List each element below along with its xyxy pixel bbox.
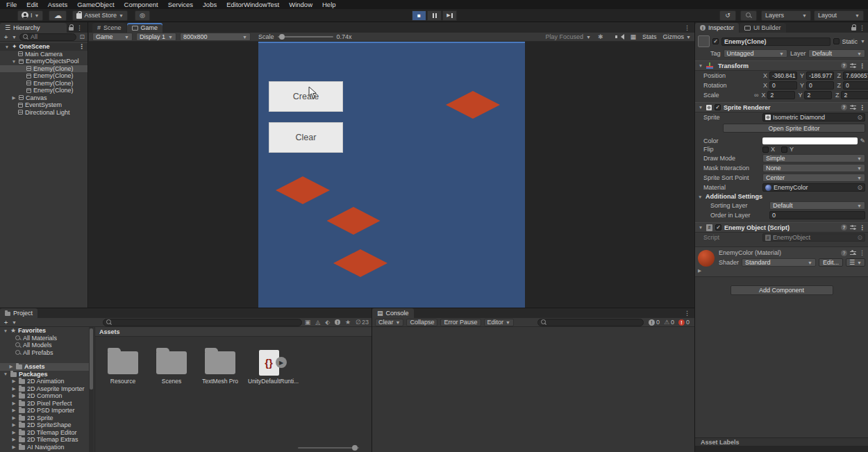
rotation-x-field[interactable]: 0 [769,81,797,90]
foldout-icon[interactable]: ▶ [11,401,17,406]
scale-y-field[interactable]: 2 [804,91,832,99]
console-error-pause-button[interactable]: Error Pause [440,319,481,326]
scale-z-field[interactable]: 2 [841,91,868,99]
add-dropdown-icon[interactable]: ▼ [12,320,17,325]
asset-folder-scenes[interactable]: Scenes [151,351,192,385]
hierarchy-item-main-camera[interactable]: Main Camera [0,51,87,58]
tree-item-assets[interactable]: ▶ Assets [0,363,89,371]
foldout-icon[interactable]: ▼ [4,44,10,49]
asset-folder-textmesh-pro[interactable]: TextMesh Pro [199,351,241,385]
foldout-icon[interactable]: ▶ [11,422,17,428]
open-sprite-editor-button[interactable]: Open Sprite Editor [723,124,865,133]
foldout-icon[interactable]: ▶ [11,430,17,435]
foldout-icon[interactable]: ▶ [11,393,17,399]
presets-icon[interactable] [850,104,856,110]
foldout-icon[interactable]: ▼ [3,371,8,376]
console-editor-dropdown[interactable]: Editor ▼ [484,319,514,326]
add-dropdown-icon[interactable]: ▼ [12,35,17,40]
foldout-icon[interactable]: ▼ [698,63,703,68]
tab-inspector[interactable]: i Inspector [695,23,739,33]
slider-knob[interactable] [279,34,285,40]
static-dropdown-icon[interactable]: ▼ [860,39,865,44]
flip-x-checkbox[interactable] [762,147,769,153]
favorite-all-prefabs[interactable]: All Prefabs [0,349,89,357]
scrollbar-thumb[interactable] [90,328,93,390]
picker-icon[interactable]: ⊡ [79,33,85,40]
layout-dropdown[interactable]: Layout ▼ [814,10,864,21]
order-in-layer-field[interactable]: 0 [769,211,865,219]
foldout-icon[interactable]: ▶ [11,415,17,421]
menu-window[interactable]: Window [284,1,317,8]
add-button[interactable]: ＋ [3,33,9,42]
menu-editorwindowtest[interactable]: EditorWindowTest [222,1,284,8]
layer-dropdown[interactable]: Default▼ [808,49,865,58]
active-checkbox[interactable] [712,38,719,44]
hierarchy-item-enemy-clone[interactable]: Enemy(Clone) [0,72,87,80]
color-swatch[interactable] [762,137,858,144]
material-foldout-icon[interactable]: ▶ [698,268,701,273]
play-badge-icon[interactable]: ▶ [276,357,287,368]
object-picker-icon[interactable]: ⊙ [857,184,862,191]
hierarchy-item-enemy-clone-selected[interactable]: Enemy(Clone) [0,65,87,73]
foldout-icon[interactable]: ▶ [8,364,14,369]
hierarchy-item-enemy-clone[interactable]: Enemy(Clone) [0,80,87,87]
kebab-menu-icon[interactable]: ⋮ [78,43,87,50]
sprite-renderer-header[interactable]: ▼ Sprite Renderer ? ⋮ [695,102,868,112]
scale-x-field[interactable]: 2 [767,91,795,99]
info-icon[interactable]: ! [335,319,340,325]
slider-knob[interactable] [352,445,358,451]
info-count-badge[interactable]: ! 0 [646,319,662,326]
tree-item-package[interactable]: ▶2D Animation [0,378,89,385]
scene-row[interactable]: ▼ ✦ OneScene ⋮ [0,43,87,51]
foldout-icon[interactable]: ▶ [11,408,17,413]
thumbnail-zoom-slider[interactable] [298,447,359,449]
console-clear-button[interactable]: Clear ▼ [375,319,403,326]
tab-console[interactable]: ▤ Console [372,308,414,318]
lock-icon[interactable] [69,27,74,31]
sprite-packer-icon[interactable]: ▣ [305,319,311,326]
foldout-icon[interactable]: ▶ [11,95,17,101]
hierarchy-item-directional-light[interactable]: Directional Light [0,109,87,117]
object-name-field[interactable]: Enemy(Clone) [721,37,831,46]
eyedropper-icon[interactable]: ✎ [860,137,865,144]
help-icon[interactable]: ? [841,104,847,110]
project-search[interactable] [103,319,302,326]
foldout-icon[interactable]: ▶ [11,437,17,442]
flip-y-checkbox[interactable] [781,147,787,153]
help-icon[interactable]: ? [841,224,847,231]
edit-shader-button[interactable]: Edit... [819,258,843,267]
menu-edit[interactable]: Edit [22,1,42,8]
tab-game[interactable]: Game [127,23,163,33]
console-search[interactable] [537,319,644,326]
menu-component[interactable]: Component [119,1,163,8]
draw-mode-dropdown[interactable]: Simple▼ [762,154,865,162]
component-enabled-checkbox[interactable] [715,224,721,231]
asset-file-unitydefaultruntime[interactable]: {} ▶ UnityDefaultRunti... [248,350,290,385]
favorite-all-models[interactable]: All Models [0,342,89,349]
kebab-menu-icon[interactable]: ⋮ [684,310,694,317]
hierarchy-search[interactable]: All [19,33,77,41]
mask-interaction-dropdown[interactable]: None▼ [762,164,865,172]
hierarchy-item-enemy-clone[interactable]: Enemy(Clone) [0,87,87,94]
search-by-type-icon[interactable]: ◬ [315,319,320,326]
warning-count-badge[interactable]: ⚠ 0 [662,319,676,326]
menu-help[interactable]: Help [317,1,341,8]
tree-item-package[interactable]: ▶2D Sprite [0,415,89,422]
favorites-foldout[interactable]: ▼ ★ Favorites [0,327,89,335]
vsync-grid-icon[interactable]: ▦ [631,33,637,40]
search-everywhere-button[interactable] [740,10,757,21]
display-dropdown[interactable]: Display 1▼ [136,33,176,41]
frame-debugger-icon[interactable]: ✱ [598,33,603,40]
tree-item-package[interactable]: ▶2D Tilemap Editor [0,429,89,437]
account-button[interactable]: I ▼ [17,10,43,21]
resolution-dropdown[interactable]: 800x800▼ [180,33,251,41]
project-tree-scrollbar[interactable] [89,327,94,452]
clear-button[interactable]: Clear [269,122,343,153]
additional-settings-foldout[interactable]: ▼ Additional Settings [695,192,868,201]
tree-item-package[interactable]: ▶2D Pixel Perfect [0,400,89,408]
favorites-star-icon[interactable]: ★ [345,319,351,326]
tree-item-package[interactable]: ▶2D Tilemap Extras [0,436,89,444]
undo-history-button[interactable]: ↺ [719,10,736,21]
menu-services[interactable]: Services [163,1,198,8]
menu-file[interactable]: File [1,1,22,8]
